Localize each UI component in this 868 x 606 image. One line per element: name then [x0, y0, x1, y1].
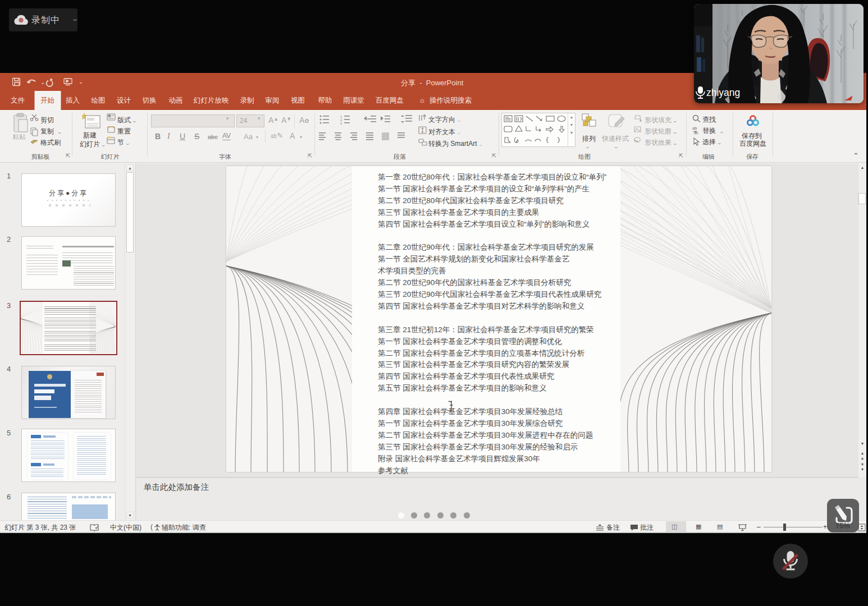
- svg-text:⌄: ⌄: [40, 79, 45, 85]
- svg-text:3: 3: [340, 122, 342, 125]
- svg-text:粘贴: 粘贴: [12, 133, 26, 141]
- svg-text:⌄: ⌄: [79, 79, 83, 85]
